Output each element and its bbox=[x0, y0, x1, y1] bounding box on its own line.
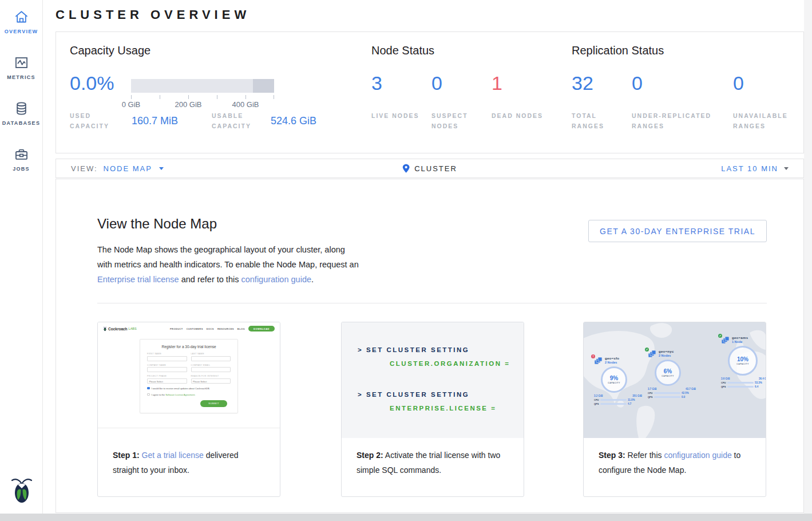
download-pill: DOWNLOAD bbox=[248, 326, 275, 331]
unavailable-count: 0 bbox=[733, 72, 744, 94]
license-agreement-link: Software License Agreement. bbox=[165, 393, 195, 396]
cockroach-bug-icon bbox=[103, 326, 107, 331]
bottom-scrollbar-track[interactable] bbox=[0, 514, 812, 521]
tick-label-200: 200 GiB bbox=[175, 100, 202, 109]
cpu-value: 42.5% bbox=[682, 392, 689, 394]
under-replicated-label: UNDER-REPLICATED RANGES bbox=[632, 110, 726, 131]
capacity-percent: 6% bbox=[664, 368, 672, 374]
qps-sparkline bbox=[727, 386, 754, 388]
qps-label: QPS bbox=[594, 402, 599, 405]
cpu-value: 53.3% bbox=[755, 381, 762, 384]
field-label: PROJECT PHASE bbox=[147, 375, 187, 377]
location-pin-icon bbox=[402, 164, 410, 173]
capacity-label: CAPACITY bbox=[662, 375, 674, 377]
checkbox-label: I agree to the bbox=[152, 393, 166, 396]
page-title: CLUSTER OVERVIEW bbox=[56, 7, 250, 22]
cpu-label: CPU bbox=[648, 392, 653, 394]
node-status-title: Node Status bbox=[371, 44, 434, 57]
scope-breadcrumb: CLUSTER bbox=[402, 164, 457, 173]
field-select: Please Select bbox=[191, 378, 231, 384]
step-number: Step 1: bbox=[113, 451, 140, 460]
promo-text: The Node Map shows the geographical layo… bbox=[97, 245, 359, 269]
cockroach-labs-logo bbox=[0, 476, 43, 504]
status-ok-icon: ✓ bbox=[645, 348, 649, 352]
region-name: geo=ams bbox=[732, 336, 748, 340]
field-input bbox=[191, 356, 231, 361]
tick-label-0: 0 GiB bbox=[122, 100, 141, 109]
cpu-value: 11.0% bbox=[628, 398, 635, 401]
sql-setting-name: ENTERPRISE.LICENSE = bbox=[390, 405, 496, 412]
total-ranges-count: 32 bbox=[572, 72, 593, 94]
field-select: Please Select bbox=[147, 378, 187, 384]
caption-text: Refer this bbox=[625, 451, 664, 460]
status-ok-icon: ✓ bbox=[718, 334, 722, 338]
promo-text: . bbox=[311, 275, 314, 284]
node-stack-icon bbox=[594, 357, 603, 365]
page-gutter bbox=[804, 0, 812, 521]
capacity-gauge: 9% CAPACITY bbox=[601, 366, 627, 393]
unavailable-label: UNAVAILABLE RANGES bbox=[733, 110, 807, 131]
region-node-count: 2 Nodes bbox=[605, 361, 619, 364]
chevron-down-icon bbox=[159, 167, 164, 170]
under-replicated-count: 0 bbox=[632, 72, 643, 94]
trial-register-form-thumbnail: Register for a 30-day trial license FIRS… bbox=[140, 339, 238, 413]
cpu-sparkline bbox=[727, 382, 754, 384]
step-1-caption: Step 1: Get a trial license delivered st… bbox=[98, 438, 280, 477]
promo-heading: View the Node Map bbox=[97, 216, 217, 232]
capacity-axis-ticks bbox=[131, 95, 274, 99]
node-map-region-ams: ✓ geo=ams 1 Node 1 bbox=[721, 336, 765, 388]
usable-capacity-value: 524.6 GiB bbox=[271, 115, 316, 127]
qps-label: QPS bbox=[648, 396, 653, 398]
capacity-gauge-dark-segment bbox=[253, 79, 275, 93]
form-title: Register for a 30-day trial license bbox=[147, 345, 231, 349]
node-map-region-nyc: ✓ geo=nyc 2 Nodes bbox=[648, 350, 707, 398]
configuration-guide-link[interactable]: configuration guide bbox=[664, 451, 731, 460]
capacity-gauge: 10% CAPACITY bbox=[728, 346, 758, 376]
disk-used: 3.6 GiB bbox=[721, 377, 730, 380]
region-name: geo=nyc bbox=[659, 350, 674, 353]
sidebar-item-label: METRICS bbox=[7, 74, 35, 80]
sidebar-item-databases[interactable]: DATABASES bbox=[0, 92, 42, 137]
logo-suffix: LABS bbox=[129, 327, 137, 330]
live-nodes-count: 3 bbox=[371, 72, 382, 94]
view-selector-dropdown[interactable]: VIEW: NODE MAP bbox=[71, 164, 164, 173]
cpu-sparkline bbox=[654, 392, 680, 394]
step-2-card: > SET CLUSTER SETTING CLUSTER.ORGANIZATI… bbox=[341, 322, 524, 497]
scope-label: CLUSTER bbox=[414, 164, 457, 173]
disk-used: 3.7 GiB bbox=[648, 388, 657, 390]
get-trial-license-link[interactable]: Get a trial license bbox=[142, 451, 204, 460]
region-name: geo=sfo bbox=[605, 357, 619, 360]
capacity-percent: 9% bbox=[610, 375, 618, 381]
disk-used: 3.2 GiB bbox=[594, 394, 603, 397]
nav-item: RESOURCES bbox=[217, 327, 234, 330]
metrics-chart-icon bbox=[14, 55, 29, 70]
sidebar-item-overview[interactable]: OVERVIEW bbox=[0, 0, 42, 46]
capacity-percent: 0.0% bbox=[70, 72, 114, 94]
region-node-count: 1 Node bbox=[732, 340, 748, 344]
node-stack-icon bbox=[721, 337, 730, 344]
used-capacity-value: 160.7 MiB bbox=[132, 115, 178, 127]
chevron-down-icon bbox=[784, 167, 789, 170]
cpu-label: CPU bbox=[594, 398, 599, 401]
suspect-nodes-count: 0 bbox=[431, 72, 442, 94]
time-range-value: LAST 10 MIN bbox=[721, 164, 778, 173]
sql-command-prompt: > SET CLUSTER SETTING bbox=[358, 346, 469, 353]
capacity-usage-title: Capacity Usage bbox=[70, 44, 150, 57]
database-icon bbox=[14, 101, 29, 116]
disk-total: 36.4 GiB bbox=[759, 377, 766, 380]
time-range-dropdown[interactable]: LAST 10 MIN bbox=[721, 164, 789, 173]
get-enterprise-trial-button[interactable]: GET A 30-DAY ENTERPRISE TRIAL bbox=[588, 220, 767, 242]
node-map-promo-panel: View the Node Map The Node Map shows the… bbox=[56, 179, 804, 513]
replication-status-title: Replication Status bbox=[572, 44, 664, 57]
sidebar-item-metrics[interactable]: METRICS bbox=[0, 46, 42, 92]
nav-item: CUSTOMERS bbox=[187, 327, 203, 330]
sidebar-item-jobs[interactable]: JOBS bbox=[0, 137, 42, 183]
enterprise-trial-license-link[interactable]: Enterprise trial license bbox=[97, 275, 179, 284]
capacity-label: CAPACITY bbox=[736, 363, 749, 365]
configuration-guide-link[interactable]: configuration guide bbox=[241, 275, 311, 284]
qps-sparkline bbox=[654, 396, 680, 398]
capacity-gauge-bar bbox=[131, 79, 274, 93]
step-number: Step 2: bbox=[357, 451, 383, 460]
cpu-label: CPU bbox=[721, 381, 726, 384]
nav-item: DOCS bbox=[207, 327, 214, 330]
